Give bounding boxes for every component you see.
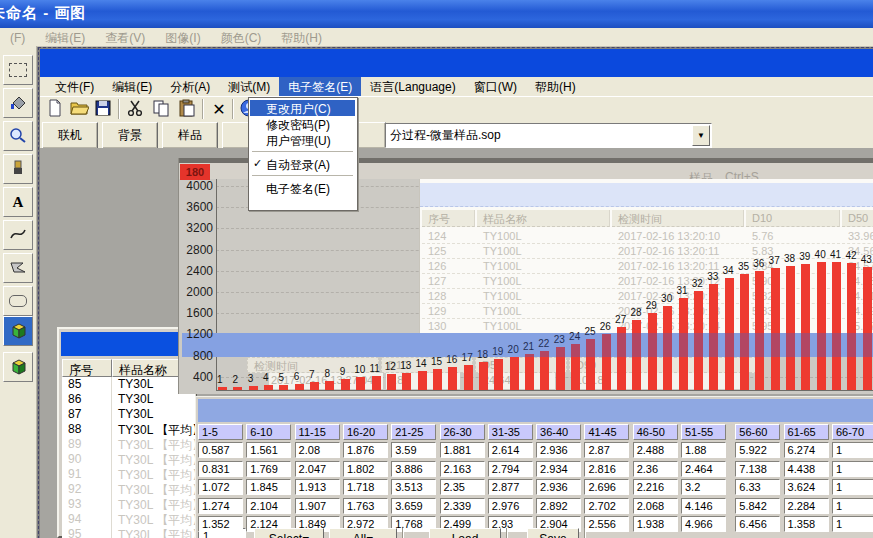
sample-list-row-88-no[interactable]: 88: [62, 422, 112, 437]
app-menu-item-0[interactable]: 文件(F): [46, 77, 103, 96]
dist-cell-r4-c0[interactable]: 1.352: [198, 516, 243, 532]
paint-menu-item-3[interactable]: 图像(I): [155, 28, 210, 46]
dist-cell-r3-c8[interactable]: 2.702: [584, 498, 629, 514]
dist-cell-r2-c2[interactable]: 1.913: [295, 479, 340, 495]
dist-cell-r1-c4[interactable]: 3.886: [391, 461, 436, 477]
sample-list-row-95-name[interactable]: TY30L 【平均】: [112, 527, 196, 538]
dist-cell-r0-c9[interactable]: 2.488: [633, 442, 678, 458]
sample-list-row-92-name[interactable]: TY30L 【平均】: [112, 482, 196, 497]
dist-cell-r4-c12[interactable]: 1.358: [784, 516, 829, 532]
dist-cell-r4-c11[interactable]: 6.456: [735, 516, 780, 532]
dist-cell-r1-c8[interactable]: 2.816: [584, 461, 629, 477]
sample-list-row-93-no[interactable]: 93: [62, 497, 112, 512]
dist-cell-r4-c8[interactable]: 2.556: [584, 516, 629, 532]
dist-cell-r3-c0[interactable]: 1.274: [198, 498, 243, 514]
dist-cell-r3-c5[interactable]: 2.339: [440, 498, 485, 514]
dist-cell-r0-c8[interactable]: 2.87: [584, 442, 629, 458]
dist-cell-r1-c9[interactable]: 2.36: [633, 461, 678, 477]
dist-cell-r2-c3[interactable]: 1.718: [343, 479, 388, 495]
app-menu-esign[interactable]: 电子签名(E): [279, 77, 361, 96]
dist-cell-r2-c6[interactable]: 2.877: [488, 479, 533, 495]
dist-cell-r3-c13[interactable]: 1: [832, 498, 873, 514]
sample-list-titlebar[interactable]: [61, 332, 192, 356]
dist-cell-r0-c4[interactable]: 3.59: [391, 442, 436, 458]
toolbar-save-button[interactable]: [92, 99, 114, 119]
dist-cell-r4-c13[interactable]: 1: [832, 516, 873, 532]
dist-cell-r0-c1[interactable]: 1.561: [246, 442, 291, 458]
tool-text[interactable]: A: [3, 187, 33, 217]
load-button[interactable]: Load: [429, 528, 501, 538]
dist-cell-r1-c13[interactable]: 1: [832, 461, 873, 477]
sample-list-row-88-name[interactable]: TY30L 【平均】: [112, 422, 196, 437]
command-button-0[interactable]: 联机: [42, 122, 98, 149]
dist-cell-r2-c11[interactable]: 6.33: [735, 479, 780, 495]
dist-cell-r2-c13[interactable]: 1: [832, 479, 873, 495]
tool-rounded-rect[interactable]: [3, 286, 33, 316]
dist-cell-r0-c13[interactable]: 1: [832, 442, 873, 458]
dist-cell-r0-c6[interactable]: 2.614: [488, 442, 533, 458]
command-button-2[interactable]: 样品: [162, 122, 218, 149]
dist-cell-r0-c10[interactable]: 1.88: [681, 442, 726, 458]
toolbar-delete-button[interactable]: ✕: [208, 99, 230, 119]
app-menu-item-6[interactable]: 窗口(W): [465, 77, 526, 96]
menu-item-3[interactable]: 自动登录(A): [250, 156, 355, 172]
sample-list-row-89-name[interactable]: TY30L 【平均】: [112, 437, 196, 452]
sample-list-row-91-no[interactable]: 91: [62, 467, 112, 482]
dist-cell-r3-c11[interactable]: 5.842: [735, 498, 780, 514]
tool-magnifier[interactable]: [3, 121, 33, 151]
dist-cell-r0-c0[interactable]: 0.587: [198, 442, 243, 458]
tool-cube-app-selected[interactable]: [3, 316, 33, 346]
toolbar-copy-button[interactable]: [150, 99, 172, 119]
sample-list-row-94-name[interactable]: TY30L 【平均】: [112, 512, 196, 527]
dist-cell-r3-c4[interactable]: 3.659: [391, 498, 436, 514]
sample-list-row-94-no[interactable]: 94: [62, 512, 112, 527]
sample-list-row-95-no[interactable]: 95: [62, 527, 112, 538]
dist-cell-r3-c9[interactable]: 2.068: [633, 498, 678, 514]
dist-cell-r2-c8[interactable]: 2.696: [584, 479, 629, 495]
dist-cell-r1-c2[interactable]: 2.047: [295, 461, 340, 477]
toolbar-cut-button[interactable]: [124, 99, 146, 119]
dist-cell-r4-c9[interactable]: 1.938: [633, 516, 678, 532]
tool-curve[interactable]: [3, 220, 33, 250]
dist-cell-r3-c10[interactable]: 4.146: [681, 498, 726, 514]
sample-list-row-87-name[interactable]: TY30L: [112, 407, 196, 422]
dist-cell-r2-c7[interactable]: 2.936: [536, 479, 581, 495]
sop-file-combobox[interactable]: 分过程-微量样品.sop ▼: [385, 123, 712, 148]
tool-fill[interactable]: [3, 88, 33, 118]
sample-list-row-89-no[interactable]: 89: [62, 437, 112, 452]
app-menu-item-1[interactable]: 编辑(E): [103, 77, 161, 96]
dist-cell-r2-c5[interactable]: 2.35: [440, 479, 485, 495]
sample-list-row-86-name[interactable]: TY30L: [112, 392, 196, 407]
toolbar-new-button[interactable]: [44, 99, 66, 119]
dist-cell-r4-c10[interactable]: 4.966: [681, 516, 726, 532]
dist-cell-r0-c3[interactable]: 1.876: [343, 442, 388, 458]
dist-cell-r3-c7[interactable]: 2.892: [536, 498, 581, 514]
all-button[interactable]: All=: [329, 528, 397, 538]
app-menu-item-7[interactable]: 帮助(H): [526, 77, 585, 96]
menu-item-4[interactable]: 电子签名(E): [250, 180, 355, 196]
sample-list-row-91-name[interactable]: TY30L 【平均】: [112, 467, 196, 482]
dist-cell-r3-c3[interactable]: 1.763: [343, 498, 388, 514]
sample-list-row-92-no[interactable]: 92: [62, 482, 112, 497]
tool-brush[interactable]: [3, 154, 33, 184]
combobox-dropdown-arrow-icon[interactable]: ▼: [692, 125, 710, 146]
menu-item-1[interactable]: 修改密码(P): [250, 116, 355, 132]
dist-cell-r3-c12[interactable]: 2.284: [784, 498, 829, 514]
dist-cell-r1-c6[interactable]: 2.794: [488, 461, 533, 477]
dist-cell-r2-c0[interactable]: 1.072: [198, 479, 243, 495]
app-menu-item-5[interactable]: 语言(Language): [361, 77, 464, 96]
command-button-1[interactable]: 背景: [102, 122, 158, 149]
paint-menu-item-4[interactable]: 颜色(C): [211, 28, 272, 46]
dist-cell-r3-c1[interactable]: 2.104: [246, 498, 291, 514]
dist-cell-r1-c3[interactable]: 1.802: [343, 461, 388, 477]
dist-cell-r1-c11[interactable]: 7.138: [735, 461, 780, 477]
sample-list-row-85-no[interactable]: 85: [62, 377, 112, 392]
sample-list-row-86-no[interactable]: 86: [62, 392, 112, 407]
paint-menu-item-1[interactable]: 编辑(E): [35, 28, 95, 46]
dist-cell-r0-c2[interactable]: 2.08: [295, 442, 340, 458]
dist-cell-r0-c5[interactable]: 1.881: [440, 442, 485, 458]
dist-cell-r1-c5[interactable]: 2.163: [440, 461, 485, 477]
tool-cube-app[interactable]: [3, 352, 33, 382]
app-menu-item-3[interactable]: 测试(M): [219, 77, 279, 96]
dist-cell-r1-c12[interactable]: 4.438: [784, 461, 829, 477]
